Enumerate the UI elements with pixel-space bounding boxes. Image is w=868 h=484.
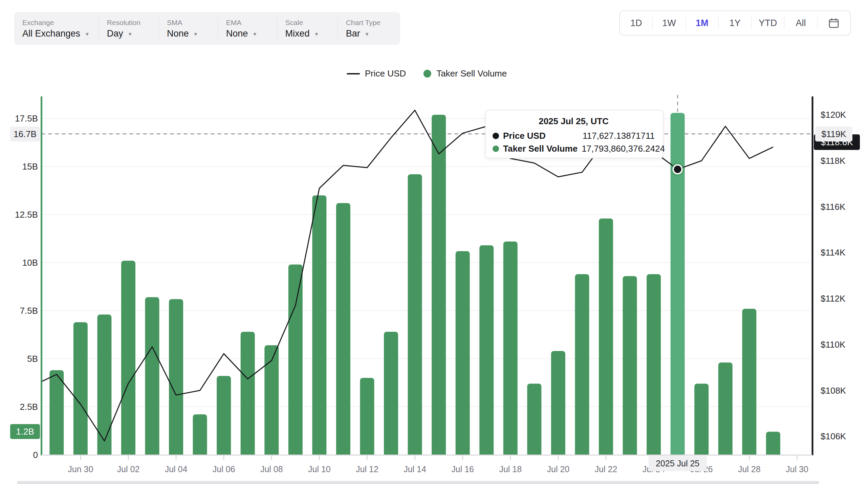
x-axis-tick-label: Jun 30: [68, 465, 93, 474]
volume-bar[interactable]: [647, 274, 661, 455]
x-axis-tick-label: Jul 18: [499, 465, 522, 474]
left-axis-tick-label: 12.5B: [7, 210, 38, 219]
tooltip-price-value: 117,627.13871711: [583, 131, 655, 141]
volume-bar[interactable]: [456, 251, 470, 455]
right-axis-tick-label: $120K: [821, 110, 846, 119]
volume-bar[interactable]: [241, 332, 255, 455]
right-axis-tick-label: $106K: [821, 432, 846, 441]
volume-bar[interactable]: [408, 174, 422, 455]
right-axis-tick-label: $110K: [821, 340, 845, 349]
left-axis-tick-label: 5B: [7, 354, 38, 363]
volume-bar[interactable]: [718, 362, 733, 455]
x-axis-tick-label: Jul 28: [738, 465, 761, 474]
tooltip-date-title: 2025 Jul 25, UTC: [493, 116, 655, 127]
volume-bar[interactable]: [217, 376, 231, 455]
volume-bar[interactable]: [623, 276, 637, 455]
tooltip-volume-label: Taker Sell Volume: [503, 144, 578, 154]
volume-bar[interactable]: [479, 245, 494, 455]
volume-bar[interactable]: [384, 332, 398, 455]
volume-bar[interactable]: [336, 203, 350, 455]
right-axis-tick-label: $116K: [821, 202, 845, 211]
tooltip-volume-value: 17,793,860,376.2424: [582, 144, 665, 154]
volume-bar[interactable]: [432, 115, 446, 455]
latest-volume-badge: 1.2B: [10, 424, 40, 439]
crosshair-price-badge: $119K: [815, 127, 852, 141]
volume-bar[interactable]: [599, 218, 613, 455]
volume-bar[interactable]: [73, 322, 88, 455]
price-line: [33, 110, 773, 441]
volume-bar[interactable]: [575, 274, 589, 455]
volume-bar[interactable]: [121, 261, 135, 455]
chart-tooltip: 2025 Jul 25, UTC Price USD 117,627.13871…: [485, 110, 664, 158]
volume-bar[interactable]: [288, 265, 303, 455]
volume-bar[interactable]: [527, 384, 541, 455]
price-marker-dot: [673, 165, 682, 174]
right-axis-tick-label: $108K: [821, 386, 846, 395]
x-axis-tick-label: Jul 04: [165, 465, 188, 474]
volume-dot-icon: [493, 146, 499, 152]
volume-bar[interactable]: [169, 299, 183, 455]
left-axis-tick-label: 2.5B: [7, 402, 38, 411]
left-axis-tick-label: 17.5B: [7, 114, 38, 123]
volume-bar[interactable]: [312, 195, 326, 455]
volume-bar[interactable]: [145, 297, 159, 455]
crosshair-volume-badge: 16.7B: [10, 127, 40, 141]
right-axis-tick-label: $114K: [821, 248, 845, 257]
volume-bar[interactable]: [360, 378, 374, 455]
left-axis-tick-label: 15B: [7, 162, 38, 171]
tooltip-row-volume: Taker Sell Volume 17,793,860,376.2424: [493, 144, 655, 154]
left-axis-tick-label: 10B: [7, 258, 38, 267]
tooltip-price-label: Price USD: [503, 131, 546, 141]
chart-plot-area[interactable]: [0, 0, 868, 484]
volume-bar[interactable]: [503, 242, 518, 455]
x-axis-tick-label: Jul 30: [786, 465, 808, 474]
right-axis-tick-label: $118K: [821, 156, 845, 165]
x-axis-tick-label: Jul 08: [260, 465, 283, 474]
x-axis-tick-label: Jul 10: [308, 465, 331, 474]
volume-bar[interactable]: [742, 309, 756, 455]
x-axis-tick-label: Jul 06: [213, 465, 235, 474]
x-axis-tick-label: Jul 22: [595, 465, 617, 474]
x-axis-tick-label: Jul 14: [404, 465, 426, 474]
volume-bar[interactable]: [766, 432, 780, 455]
volume-bar[interactable]: [551, 351, 565, 455]
left-axis-tick-label: 0: [7, 450, 38, 459]
x-axis-tick-label: Jul 12: [356, 465, 378, 474]
crosshair-date-badge: 2025 Jul 25: [649, 456, 707, 471]
right-axis-tick-label: $112K: [821, 294, 845, 303]
x-axis-tick-label: Jul 20: [547, 465, 569, 474]
tooltip-row-price: Price USD 117,627.13871711: [493, 131, 655, 141]
volume-bar[interactable]: [694, 384, 709, 455]
left-axis-tick-label: 7.5B: [7, 306, 38, 315]
x-axis-tick-label: Jul 02: [117, 465, 140, 474]
x-axis-tick-label: Jul 16: [451, 465, 474, 474]
volume-bar[interactable]: [264, 345, 279, 455]
chart-app: Exchange All Exchanges ▼Resolution Day ▼…: [0, 0, 868, 484]
volume-bar[interactable]: [49, 370, 64, 455]
volume-bar[interactable]: [193, 414, 207, 455]
price-dot-icon: [493, 133, 499, 139]
horizontal-scrollbar[interactable]: [17, 481, 819, 484]
